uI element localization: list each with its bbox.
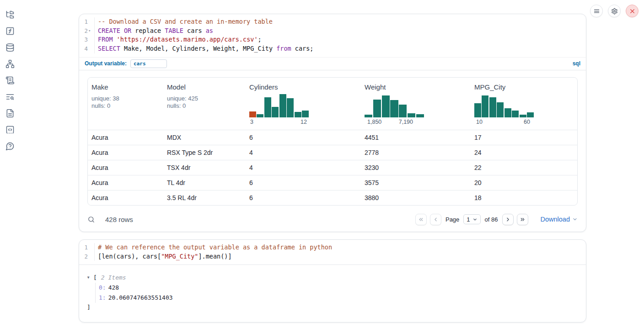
variables-icon[interactable] <box>5 26 15 36</box>
table-cell: 4 <box>246 164 361 171</box>
prev-page-button[interactable] <box>430 214 441 225</box>
column-histogram[interactable]: 1060 <box>474 94 534 125</box>
menu-button[interactable] <box>590 5 603 17</box>
table-cell: MDX <box>163 134 246 141</box>
python-code-line[interactable]: 1# We can reference the output variable … <box>79 243 586 252</box>
dependency-graph-icon[interactable] <box>5 59 15 69</box>
next-page-button[interactable] <box>502 214 514 225</box>
column-header-cylinders[interactable]: Cylinders312 <box>246 83 361 125</box>
column-histogram[interactable]: 1,8507,190 <box>365 94 424 125</box>
data-table: Makeunique: 38nulls: 0Modelunique: 425nu… <box>87 77 578 206</box>
tree-collapse-icon[interactable]: ▼ <box>87 273 93 282</box>
table-row[interactable]: AcuraTL 4dr6357520 <box>88 175 577 190</box>
documentation-icon[interactable] <box>5 109 15 118</box>
output-variable-label: Output variable: <box>85 60 127 67</box>
histogram-bar[interactable] <box>416 114 424 117</box>
table-cell: 22 <box>471 164 577 171</box>
file-explorer-icon[interactable] <box>5 10 15 19</box>
code-text: SELECT Make, Model, Cylinders, Weight, M… <box>95 44 313 53</box>
histogram-bar[interactable] <box>504 108 511 117</box>
sql-code-line[interactable]: 2▾CREATE OR replace TABLE cars as <box>79 26 586 36</box>
help-icon[interactable] <box>5 142 15 151</box>
table-row[interactable]: AcuraRSX Type S 2dr4277824 <box>88 145 577 160</box>
table-header: Makeunique: 38nulls: 0Modelunique: 425nu… <box>88 78 577 130</box>
sql-code-line[interactable]: 1-- Download a CSV and create an in-memo… <box>79 17 586 26</box>
rows-count: 428 rows <box>105 216 133 223</box>
first-page-button[interactable] <box>415 214 427 225</box>
line-number: 2 <box>79 252 95 261</box>
output-variable-input[interactable] <box>130 59 167 68</box>
pagination: Page 1 of 86 Download <box>415 214 578 225</box>
table-cell: Acura <box>88 179 163 186</box>
table-cell: 2778 <box>361 149 471 156</box>
histogram-bar[interactable] <box>482 95 488 117</box>
histogram-bar[interactable] <box>302 111 309 117</box>
table-cell: 20 <box>471 179 577 186</box>
python-code-editor[interactable]: 1# We can reference the output variable … <box>79 240 586 264</box>
page-number-select[interactable]: 1 <box>463 214 480 224</box>
tree-entry: 1:20.060747663551403 <box>99 293 586 303</box>
search-icon[interactable] <box>87 216 95 223</box>
tree-entry-index: 0: <box>99 284 106 291</box>
histogram-bar[interactable] <box>408 113 415 117</box>
histogram-bar[interactable] <box>527 112 534 117</box>
settings-button[interactable] <box>608 5 621 17</box>
histogram-bar[interactable] <box>264 97 271 117</box>
page-number-value: 1 <box>467 216 470 223</box>
histogram-bar[interactable] <box>520 115 526 117</box>
table-cell: RSX Type S 2dr <box>163 149 246 156</box>
sql-code-line[interactable]: 4SELECT Make, Model, Cylinders, Weight, … <box>79 44 586 53</box>
table-row[interactable]: Acura3.5 RL 4dr6388018 <box>88 190 577 205</box>
table-cell: 24 <box>471 149 577 156</box>
histogram-bar[interactable] <box>257 114 263 117</box>
last-page-button[interactable] <box>517 214 528 225</box>
table-cell: 6 <box>246 134 361 141</box>
table-cell: Acura <box>88 149 163 156</box>
sql-code-editor[interactable]: 1-- Download a CSV and create an in-memo… <box>79 14 586 57</box>
table-output: Makeunique: 38nulls: 0Modelunique: 425nu… <box>79 70 586 209</box>
histogram-bar[interactable] <box>489 97 496 117</box>
histogram-bar[interactable] <box>497 102 504 117</box>
histogram-bar[interactable] <box>390 100 398 117</box>
histogram-bar[interactable] <box>399 105 407 117</box>
table-cell: Acura <box>88 134 163 141</box>
histogram-bar[interactable] <box>512 111 519 117</box>
histogram-bar[interactable] <box>249 111 256 117</box>
column-header-make[interactable]: Makeunique: 38nulls: 0 <box>88 83 163 125</box>
download-button[interactable]: Download <box>541 216 578 223</box>
histogram-bar[interactable] <box>287 98 294 117</box>
shutdown-button[interactable] <box>626 5 639 17</box>
histogram-axis-labels: 1,8507,190 <box>365 119 424 125</box>
histogram-bar[interactable] <box>373 100 381 117</box>
histogram-bar[interactable] <box>382 95 390 117</box>
table-row[interactable]: AcuraMDX6445117 <box>88 130 577 145</box>
column-summary: unique: 425nulls: 0 <box>167 95 246 110</box>
histogram-bar[interactable] <box>279 94 286 117</box>
histogram-axis-labels: 312 <box>249 119 309 125</box>
sql-code-line[interactable]: 3FROM 'https://datasets.marimo.app/cars.… <box>79 35 586 44</box>
code-text: [len(cars), cars["MPG_City"].mean()] <box>95 252 232 261</box>
datasources-icon[interactable] <box>5 43 15 52</box>
tree-open-bracket: [ <box>93 273 97 282</box>
column-summary: unique: 38nulls: 0 <box>91 95 163 110</box>
logs-icon[interactable] <box>5 92 15 101</box>
table-cell: 3880 <box>361 194 471 201</box>
outline-icon[interactable] <box>5 76 15 85</box>
histogram-bar[interactable] <box>295 112 301 117</box>
snippets-icon[interactable] <box>5 125 15 134</box>
histogram-bar[interactable] <box>474 103 481 117</box>
column-header-mpg_city[interactable]: MPG_City1060 <box>471 83 577 125</box>
top-right-controls <box>590 5 639 17</box>
fold-chevron-icon[interactable]: ▾ <box>88 29 92 33</box>
histogram-bar[interactable] <box>272 107 279 117</box>
histogram-bar[interactable] <box>365 115 372 117</box>
column-title: Weight <box>365 83 471 91</box>
table-row[interactable]: AcuraTSX 4dr4323022 <box>88 160 577 175</box>
column-title: Make <box>91 83 163 91</box>
column-header-model[interactable]: Modelunique: 425nulls: 0 <box>163 83 246 125</box>
download-label: Download <box>541 216 570 223</box>
column-histogram[interactable]: 312 <box>249 94 309 125</box>
notebook-main: 1-- Download a CSV and create an in-memo… <box>79 0 586 322</box>
python-code-line[interactable]: 2[len(cars), cars["MPG_City"].mean()] <box>79 252 586 261</box>
column-header-weight[interactable]: Weight1,8507,190 <box>361 83 471 125</box>
